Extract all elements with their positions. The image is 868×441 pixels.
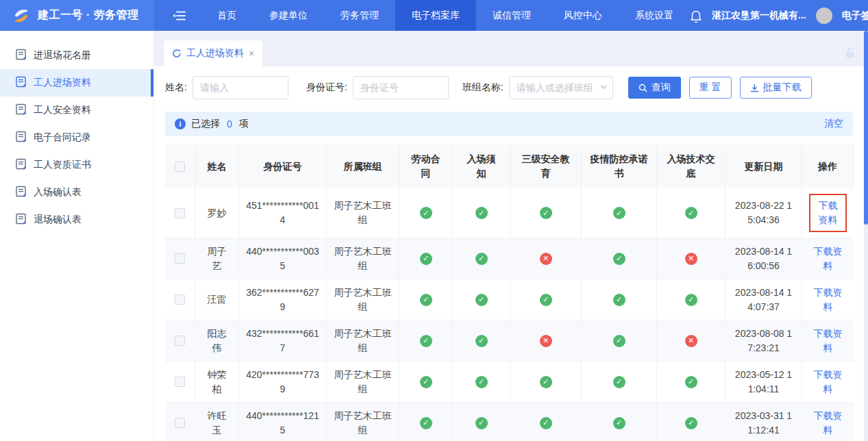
search-button[interactable]: 查询 xyxy=(628,77,681,99)
sidebar-item-worker-certificates[interactable]: 工人资质证书 xyxy=(0,151,153,179)
status-cell: ✓ xyxy=(510,362,582,403)
column-header: 身份证号 xyxy=(239,144,327,188)
sidebar-item-entry-exit-roster[interactable]: 进退场花名册 xyxy=(0,42,153,69)
team-cell: 周子艺木工班组 xyxy=(327,320,399,362)
download-link[interactable]: 下载资料 xyxy=(809,327,847,355)
check-icon: ✓ xyxy=(540,376,552,388)
company-name[interactable]: 湛江农垦第一机械有... xyxy=(712,10,806,22)
nav-item-home[interactable]: 首页 xyxy=(201,0,253,31)
selection-prefix: 已选择 xyxy=(191,118,220,130)
status-cell: ✓ xyxy=(453,362,510,403)
check-icon: ✓ xyxy=(613,335,625,347)
nav-item-labor-management[interactable]: 劳务管理 xyxy=(324,0,395,31)
row-checkbox[interactable] xyxy=(175,418,185,428)
download-link[interactable]: 下载资料 xyxy=(809,286,847,314)
status-cell: ✓ xyxy=(453,188,510,238)
sidebar-item-label: 工人安全资料 xyxy=(34,104,91,116)
user-role[interactable]: 电子签分包劳务员 xyxy=(842,10,868,22)
column-header: 入场须知 xyxy=(453,144,510,188)
name-filter-input[interactable] xyxy=(193,76,288,99)
update-date-cell: 2023-08-14 16:00:56 xyxy=(726,238,802,279)
team-filter-label: 班组名称: xyxy=(462,81,504,94)
id-number-cell: 362***********6279 xyxy=(239,279,327,320)
name-cell: 周子艺 xyxy=(195,238,239,279)
team-cell: 周子艺木工班组 xyxy=(327,188,399,238)
nav-item-system-settings[interactable]: 系统设置 xyxy=(619,0,690,31)
checkbox-cell xyxy=(165,362,195,403)
status-cell: ✓ xyxy=(657,279,726,320)
row-checkbox[interactable] xyxy=(175,294,185,305)
nav-item-risk-control-center[interactable]: 风控中心 xyxy=(547,0,619,31)
download-link[interactable]: 下载资料 xyxy=(809,368,847,396)
action-cell: 下载资料 xyxy=(802,188,854,238)
header-checkbox-cell xyxy=(165,144,195,188)
team-select-input[interactable] xyxy=(509,76,613,99)
sidebar-item-exit-confirmation[interactable]: 退场确认表 xyxy=(0,206,153,234)
check-icon: ✓ xyxy=(685,207,697,219)
sidebar-item-label: 工人进场资料 xyxy=(34,77,91,89)
check-icon: ✓ xyxy=(420,417,432,429)
batch-download-button[interactable]: 批量下载 xyxy=(740,77,812,99)
download-link[interactable]: 下载资料 xyxy=(809,244,847,273)
check-icon: ✓ xyxy=(613,253,625,265)
status-cell: ✓ xyxy=(399,362,453,403)
document-icon xyxy=(15,213,27,227)
cross-icon: ✕ xyxy=(540,335,552,347)
team-select[interactable] xyxy=(509,76,613,99)
reset-button[interactable]: 重 置 xyxy=(689,77,732,99)
select-all-checkbox[interactable] xyxy=(175,162,185,172)
action-cell: 下载资料 xyxy=(802,362,854,403)
check-icon: ✓ xyxy=(420,294,432,306)
tab-label: 工人进场资料 xyxy=(186,47,244,60)
column-header: 姓名 xyxy=(195,144,239,188)
document-icon xyxy=(15,76,27,90)
nav-item-e-archive[interactable]: 电子档案库 xyxy=(395,0,476,31)
check-icon: ✓ xyxy=(420,376,432,388)
status-cell: ✓ xyxy=(582,238,657,279)
refresh-icon[interactable] xyxy=(172,49,182,58)
nav-item-participating-units[interactable]: 参建单位 xyxy=(253,0,324,31)
clear-selection-link[interactable]: 清空 xyxy=(824,118,843,130)
status-cell: ✕ xyxy=(657,238,726,279)
id-filter-input[interactable] xyxy=(353,76,449,99)
status-cell: ✓ xyxy=(453,320,510,362)
reset-button-label: 重 置 xyxy=(699,81,721,94)
sidebar-item-worker-entry-files[interactable]: 工人进场资料 xyxy=(0,69,153,97)
id-number-cell: 432***********6617 xyxy=(239,320,327,362)
team-cell: 周子艺木工班组 xyxy=(327,362,399,403)
sidebar-item-worker-safety-files[interactable]: 工人安全资料 xyxy=(0,97,153,124)
status-cell: ✓ xyxy=(510,403,582,441)
check-icon: ✓ xyxy=(420,335,432,347)
row-checkbox[interactable] xyxy=(175,336,185,346)
lock-icon[interactable] xyxy=(843,46,857,60)
status-cell: ✓ xyxy=(582,279,657,320)
menu-fold-icon[interactable] xyxy=(154,0,201,31)
row-checkbox[interactable] xyxy=(175,253,185,264)
row-checkbox[interactable] xyxy=(175,208,185,218)
status-cell: ✕ xyxy=(657,320,726,362)
sidebar-item-e-contract-records[interactable]: 电子合同记录 xyxy=(0,124,153,151)
check-icon: ✓ xyxy=(540,294,552,306)
tab-close-icon[interactable]: × xyxy=(249,49,254,58)
name-cell: 罗妙 xyxy=(195,188,239,238)
action-cell: 下载资料 xyxy=(802,403,854,441)
avatar[interactable] xyxy=(816,8,832,24)
action-cell: 下载资料 xyxy=(802,279,854,320)
search-button-label: 查询 xyxy=(652,81,671,94)
download-link[interactable]: 下载资料 xyxy=(809,409,847,438)
id-number-cell: 440***********0035 xyxy=(239,238,327,279)
sidebar-item-entry-confirmation[interactable]: 入场确认表 xyxy=(0,179,153,206)
row-checkbox[interactable] xyxy=(175,377,185,387)
column-header: 劳动合同 xyxy=(399,144,453,188)
scrollbar-track[interactable] xyxy=(864,31,868,441)
tab-worker-entry-files[interactable]: 工人进场资料 × xyxy=(164,40,262,66)
id-filter-label: 身份证号: xyxy=(306,81,347,94)
notification-bell-icon[interactable] xyxy=(690,9,702,23)
search-icon xyxy=(638,84,647,92)
check-icon: ✓ xyxy=(540,207,552,219)
app-logo-icon xyxy=(11,5,32,26)
scrollbar-thumb[interactable] xyxy=(864,31,868,225)
download-link[interactable]: 下载资料 xyxy=(819,200,838,225)
nav-item-integrity-management[interactable]: 诚信管理 xyxy=(476,0,547,31)
sidebar-item-label: 电子合同记录 xyxy=(34,131,91,144)
